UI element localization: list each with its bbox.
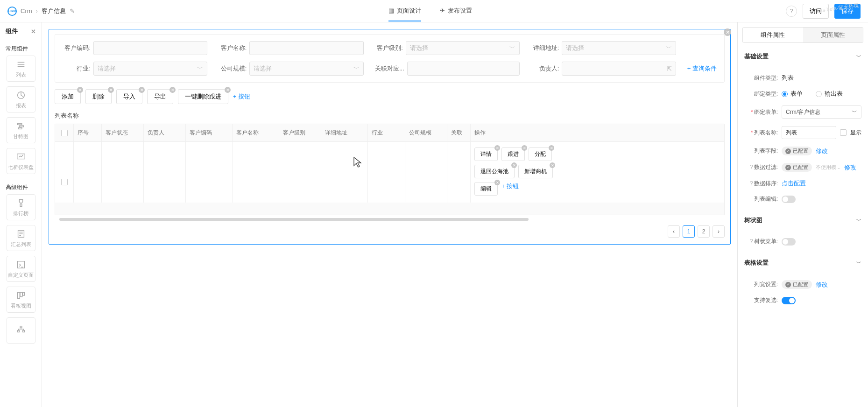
page-1-button[interactable]: 1 [683, 225, 695, 238]
action-btn-new-opp[interactable]: 新增商机✕ [518, 165, 553, 178]
sidebar-item-kanban[interactable]: 看板视图 [7, 287, 35, 313]
address-select[interactable]: 请选择﹀ [562, 41, 676, 55]
th: 客户编码 [186, 124, 233, 141]
breadcrumb-app[interactable]: Crm [21, 7, 32, 14]
sidebar-item-summary-list[interactable]: 汇总列表 [7, 225, 35, 251]
close-icon[interactable]: ✕ [77, 87, 83, 93]
add-action-link[interactable]: + 按钮 [501, 182, 519, 196]
add-toolbar-button-link[interactable]: + 按钮 [233, 92, 250, 101]
section-basic-settings[interactable]: 基础设置 ﹀ [738, 48, 868, 65]
layout-icon: ▥ [388, 7, 394, 14]
modify-list-fields-link[interactable]: 修改 [816, 147, 828, 155]
sidebar-item-list[interactable]: 列表 [7, 56, 35, 82]
modify-data-filter-link[interactable]: 修改 [844, 163, 856, 172]
th: 公司规模 [405, 124, 447, 141]
close-icon[interactable]: ✕ [494, 145, 500, 151]
action-btn-detail[interactable]: 详情✕ [474, 147, 498, 161]
configured-badge: ✓已配置 [782, 147, 812, 155]
action-btn-edit[interactable]: 编辑✕ [474, 182, 498, 196]
collapse-panel-button[interactable]: › [737, 186, 738, 204]
action-btn-return-pool[interactable]: 退回公海池✕ [474, 165, 515, 178]
prop-label: 列表编辑: [744, 195, 778, 203]
bind-form-select[interactable]: Crm/客户信息﹀ [782, 105, 861, 119]
list-name-input[interactable]: 列表 [782, 126, 836, 139]
multi-select-toggle[interactable] [782, 297, 796, 304]
prop-label: ?数据排序: [744, 180, 778, 188]
help-icon[interactable]: ? [786, 6, 797, 17]
th: 操作 [471, 124, 724, 141]
sidebar-item-dashboard[interactable]: 七析仪表盘 [7, 148, 35, 174]
toolbar-btn-export[interactable]: 导出✕ [147, 89, 173, 104]
customer-code-input[interactable] [93, 41, 207, 55]
sidebar-item-gantt[interactable]: 甘特图 [7, 117, 35, 143]
filter-label: 客户级别: [375, 44, 403, 52]
pagination: ‹ 1 2 › [55, 225, 725, 238]
section-tree[interactable]: 树状图 ﹀ [738, 211, 868, 229]
tab-publish-settings[interactable]: ✈ 发布设置 [440, 1, 472, 21]
sidebar-item-report[interactable]: 报表 [7, 86, 35, 112]
chevron-right-icon: › [36, 7, 38, 14]
industry-select[interactable]: 请选择﹀ [93, 62, 207, 76]
close-icon[interactable]: ✕ [31, 28, 36, 35]
chevron-down-icon: ﹀ [856, 53, 861, 60]
chevron-down-icon: ﹀ [856, 260, 861, 267]
close-icon[interactable]: ✕ [494, 180, 500, 185]
toolbar-btn-delete[interactable]: 删除✕ [85, 89, 112, 104]
radio-form[interactable] [782, 91, 788, 97]
list-edit-toggle[interactable] [782, 196, 796, 203]
customer-name-input[interactable] [249, 41, 363, 55]
remove-component-icon[interactable]: ✕ [724, 28, 731, 36]
close-icon[interactable]: ✕ [511, 162, 517, 168]
page-2-button[interactable]: 2 [698, 225, 710, 238]
prop-label: *列表名称: [744, 129, 778, 137]
close-icon[interactable]: ✕ [169, 87, 176, 93]
svg-rect-17 [20, 326, 22, 328]
filter-template-hint: 不使用模... [816, 164, 840, 171]
section-table-settings[interactable]: 表格设置 ﹀ [738, 254, 868, 272]
close-icon[interactable]: ✕ [139, 87, 145, 93]
group-common-title: 常用组件 [0, 40, 42, 56]
select-all-checkbox[interactable] [61, 130, 68, 136]
filter-label: 客户编码: [63, 44, 91, 52]
action-btn-assign[interactable]: 分配✕ [529, 147, 552, 161]
close-icon[interactable]: ✕ [522, 145, 527, 151]
sidebar-item-custom-page[interactable]: _自定义页面 [7, 256, 35, 282]
customer-level-select[interactable]: 请选择﹀ [406, 41, 520, 55]
prev-page-button[interactable]: ‹ [668, 225, 680, 238]
close-icon[interactable]: ✕ [225, 87, 231, 93]
horizontal-scrollbar[interactable] [59, 218, 529, 221]
design-canvas[interactable]: ✕ 客户编码: 客户名称: 客户级别:请选择﹀ 详细地址:请选择﹀ 行业:请选择… [42, 22, 737, 407]
tab-page-design[interactable]: ▥ 页面设计 [388, 1, 421, 21]
visit-button[interactable]: 访问 [803, 4, 829, 19]
save-button[interactable]: 保存 [834, 4, 861, 19]
close-icon[interactable]: ✕ [549, 145, 554, 151]
tree-menu-toggle[interactable] [782, 238, 796, 246]
next-page-button[interactable]: › [713, 225, 725, 238]
sidebar-item-org[interactable] [7, 317, 35, 344]
close-icon[interactable]: ✕ [550, 162, 555, 168]
owner-input[interactable]: ⇱ [562, 62, 676, 76]
sidebar-item-ranking[interactable]: 排行榜 [7, 194, 35, 220]
modify-col-width-link[interactable]: 修改 [816, 281, 828, 289]
chevron-down-icon: ﹀ [852, 108, 857, 116]
toolbar: 添加✕ 删除✕ 导入✕ 导出✕ 一键删除跟进✕ + 按钮 [55, 89, 725, 104]
tab-page-props[interactable]: 页面属性 [803, 28, 863, 42]
toolbar-btn-clear-followup[interactable]: 一键删除跟进✕ [178, 89, 228, 104]
edit-icon[interactable]: ✎ [70, 7, 75, 14]
user-picker-icon[interactable]: ⇱ [667, 65, 672, 72]
toolbar-btn-add[interactable]: 添加✕ [55, 89, 81, 104]
add-condition-link[interactable]: + 查询条件 [687, 64, 717, 73]
show-checkbox[interactable] [840, 129, 847, 136]
selected-component-wrap[interactable]: ✕ 客户编码: 客户名称: 客户级别:请选择﹀ 详细地址:请选择﹀ 行业:请选择… [49, 29, 731, 245]
company-size-select[interactable]: 请选择﹀ [249, 62, 363, 76]
tab-component-props[interactable]: 组件属性 [743, 28, 803, 42]
relation-input[interactable] [407, 62, 520, 76]
close-icon[interactable]: ✕ [108, 87, 114, 93]
action-btn-followup[interactable]: 跟进✕ [501, 147, 525, 161]
toolbar-btn-import[interactable]: 导入✕ [116, 89, 142, 104]
radio-output-table[interactable] [816, 91, 822, 97]
component-type-value: 列表 [782, 74, 794, 82]
row-checkbox[interactable] [61, 179, 68, 185]
config-sort-link[interactable]: 点击配置 [782, 179, 806, 188]
prop-label: ?数据过滤: [744, 163, 778, 171]
